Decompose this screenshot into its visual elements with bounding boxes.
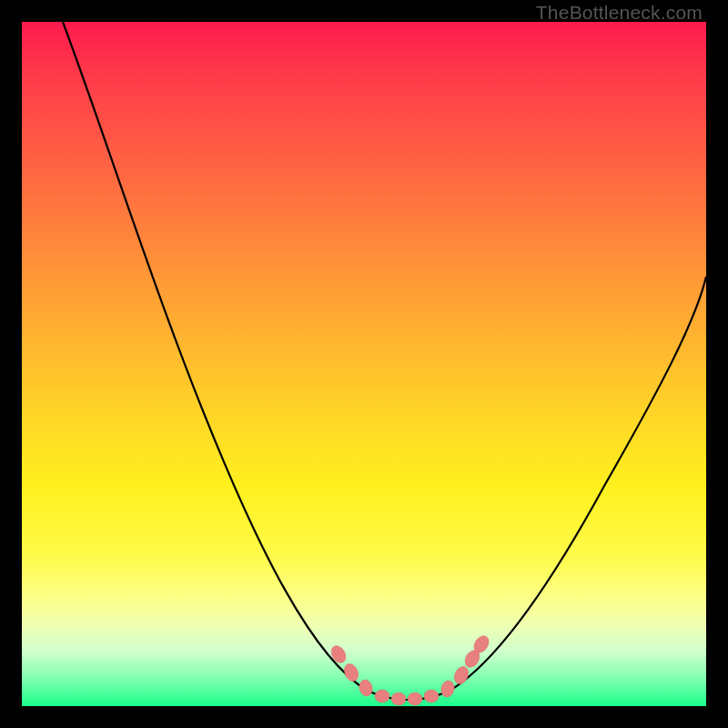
svg-point-6: [424, 690, 439, 703]
svg-point-0: [329, 643, 349, 665]
svg-point-7: [440, 679, 456, 698]
bottleneck-curve: [63, 22, 706, 700]
chart-frame: TheBottleneck.com: [0, 0, 728, 728]
svg-point-8: [451, 664, 470, 686]
svg-point-4: [391, 693, 406, 705]
watermark-text: TheBottleneck.com: [536, 2, 703, 24]
svg-point-5: [408, 693, 422, 705]
chart-svg: [22, 22, 706, 706]
svg-point-2: [358, 678, 374, 697]
svg-point-1: [341, 662, 360, 683]
emphasis-markers: [329, 633, 491, 705]
svg-point-3: [375, 690, 389, 703]
